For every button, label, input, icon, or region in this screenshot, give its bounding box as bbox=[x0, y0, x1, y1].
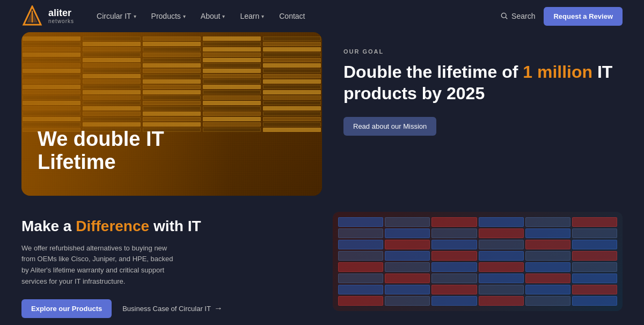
nav-item-products[interactable]: Products ▾ bbox=[145, 8, 192, 25]
right-image bbox=[333, 212, 623, 311]
hero-headline: We double IT Lifetime bbox=[38, 128, 164, 174]
business-case-link[interactable]: Business Case of Circular IT → bbox=[122, 304, 223, 313]
nav-item-about[interactable]: About ▾ bbox=[194, 8, 232, 25]
navbar: aliter networks Circular IT ▾ Products ▾… bbox=[0, 0, 644, 32]
arrow-right-icon: → bbox=[214, 304, 223, 313]
chevron-down-icon: ▾ bbox=[222, 13, 225, 19]
logo-sub: networks bbox=[48, 18, 74, 24]
nav-right: Search Request a Review bbox=[501, 7, 623, 26]
request-review-button[interactable]: Request a Review bbox=[544, 7, 623, 26]
mission-button[interactable]: Read about our Mission bbox=[343, 117, 436, 136]
hero-text: We double IT Lifetime bbox=[38, 128, 164, 174]
nav-item-contact[interactable]: Contact bbox=[273, 8, 311, 25]
goal-label: OUR GOAL bbox=[343, 48, 623, 55]
svg-point-3 bbox=[501, 13, 506, 18]
logo-icon bbox=[21, 5, 43, 27]
chevron-down-icon: ▾ bbox=[134, 13, 136, 19]
bottom-section: Make a Difference with IT We offer refur… bbox=[0, 212, 644, 318]
logo-name: aliter bbox=[48, 8, 74, 19]
difference-body: We offer refurbished alternatives to buy… bbox=[21, 243, 177, 287]
svg-line-4 bbox=[506, 17, 507, 19]
difference-text: Make a Difference with IT We offer refur… bbox=[21, 212, 322, 318]
main-content: We double IT Lifetime OUR GOAL Double th… bbox=[0, 32, 644, 196]
goal-headline: Double the lifetime of 1 million IT prod… bbox=[343, 61, 623, 104]
search-button[interactable]: Search bbox=[501, 12, 535, 20]
chevron-down-icon: ▾ bbox=[183, 13, 186, 19]
nav-item-learn[interactable]: Learn ▾ bbox=[233, 8, 270, 25]
hero-image: We double IT Lifetime bbox=[21, 32, 322, 196]
logo[interactable]: aliter networks bbox=[21, 5, 74, 27]
nav-links: Circular IT ▾ Products ▾ About ▾ Learn ▾… bbox=[90, 8, 501, 25]
goal-section: OUR GOAL Double the lifetime of 1 millio… bbox=[343, 32, 623, 136]
bottom-buttons: Explore our Products Business Case of Ci… bbox=[21, 299, 322, 318]
chevron-down-icon: ▾ bbox=[261, 13, 264, 19]
difference-headline: Make a Difference with IT bbox=[21, 217, 322, 235]
nav-item-circular-it[interactable]: Circular IT ▾ bbox=[90, 8, 143, 25]
search-icon bbox=[501, 12, 508, 20]
explore-products-button[interactable]: Explore our Products bbox=[21, 299, 112, 318]
